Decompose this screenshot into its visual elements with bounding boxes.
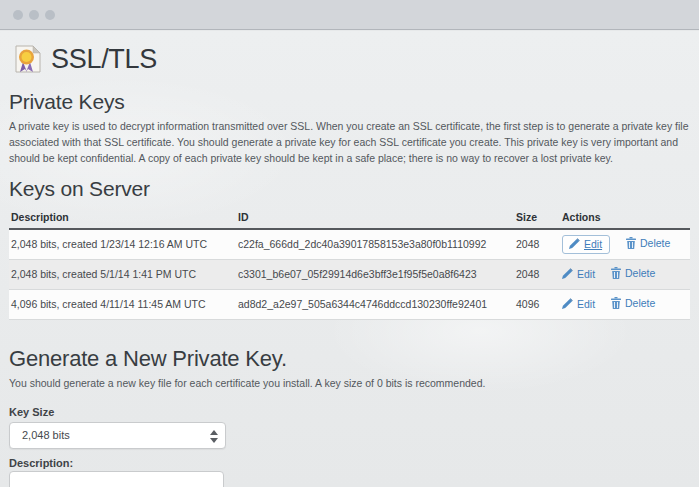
key-size: 2048 [514, 229, 560, 259]
key-description: 2,048 bits, created 5/1/14 1:41 PM UTC [9, 259, 236, 289]
delete-icon [611, 297, 621, 309]
generate-key-subtext: You should generate a new key file for e… [9, 377, 690, 389]
keys-on-server-heading: Keys on Server [9, 177, 690, 201]
key-description: 4,096 bits, created 4/11/14 11:45 AM UTC [9, 289, 236, 319]
delete-key-link[interactable]: Delete [626, 237, 670, 249]
edit-icon [569, 238, 580, 249]
col-header-id: ID [236, 205, 514, 229]
delete-key-link[interactable]: Delete [611, 297, 655, 309]
table-row: 2,048 bits, created 5/1/14 1:41 PM UTC c… [9, 259, 690, 289]
delete-key-link[interactable]: Delete [611, 267, 655, 279]
app-header: SSL/TLS [9, 43, 690, 75]
page-content: SSL/TLS Private Keys A private key is us… [0, 31, 699, 487]
key-id: c3301_b6e07_05f29914d6e3bff3e1f95f5e0a8f… [236, 259, 514, 289]
private-keys-heading: Private Keys [9, 90, 690, 114]
key-description: 2,048 bits, created 1/23/14 12:16 AM UTC [9, 229, 236, 259]
key-actions: Edit Delete [560, 229, 690, 259]
generate-key-heading: Generate a New Private Key. [9, 346, 690, 372]
col-header-actions: Actions [560, 205, 690, 229]
delete-icon [611, 267, 621, 279]
table-row: 4,096 bits, created 4/11/14 11:45 AM UTC… [9, 289, 690, 319]
key-size-selected-value: 2,048 bits [22, 429, 70, 441]
key-actions: Edit Delete [560, 259, 690, 289]
key-actions: Edit Delete [560, 289, 690, 319]
key-id: ad8d2_a2e97_505a6344c4746ddccd130230ffe9… [236, 289, 514, 319]
col-header-size: Size [514, 205, 560, 229]
col-header-description: Description [9, 205, 236, 229]
window-dot[interactable] [13, 10, 23, 20]
key-size-label: Key Size [9, 406, 690, 418]
table-row: 2,048 bits, created 1/23/14 12:16 AM UTC… [9, 229, 690, 259]
private-keys-description: A private key is used to decrypt informa… [9, 118, 690, 166]
app-window: SSL/TLS Private Keys A private key is us… [0, 0, 699, 487]
window-dot[interactable] [29, 10, 39, 20]
description-input[interactable] [9, 471, 224, 487]
key-size: 4096 [514, 289, 560, 319]
delete-icon [626, 237, 636, 249]
certificate-icon [14, 43, 43, 75]
keys-table: Description ID Size Actions 2,048 bits, … [9, 205, 690, 320]
key-size-select[interactable]: 2,048 bits [9, 422, 226, 449]
window-titlebar [0, 0, 699, 30]
edit-key-link[interactable]: Edit [562, 268, 595, 280]
description-label: Description: [9, 457, 690, 469]
key-id: c22fa_666dd_2dc40a39017858153e3a80f0b111… [236, 229, 514, 259]
edit-key-link[interactable]: Edit [562, 298, 595, 310]
edit-key-link[interactable]: Edit [562, 235, 610, 254]
table-header-row: Description ID Size Actions [9, 205, 690, 229]
key-size: 2048 [514, 259, 560, 289]
select-stepper-icon [210, 430, 218, 443]
page-title: SSL/TLS [51, 44, 157, 75]
edit-icon [562, 298, 573, 309]
edit-icon [562, 268, 573, 279]
window-dot[interactable] [45, 10, 55, 20]
